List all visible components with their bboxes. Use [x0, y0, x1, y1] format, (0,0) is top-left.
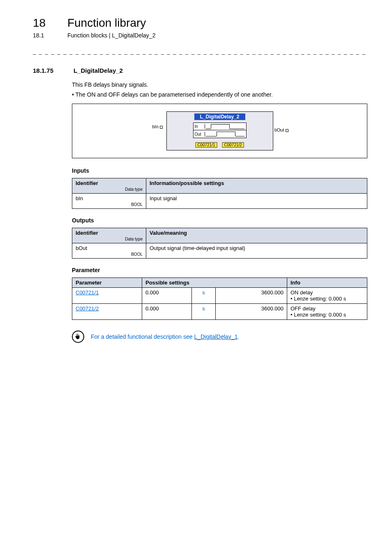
- chapter-title: Function library: [67, 16, 146, 30]
- datatype-header: Data type: [76, 187, 143, 192]
- cell-info: ON delay • Lenze setting: 0.000 s: [287, 288, 367, 304]
- hand-icon-svg: [74, 333, 82, 341]
- subsection-title: Function blocks | L_DigitalDelay_2: [67, 32, 156, 39]
- table-row: bIn BOOL Input signal: [72, 194, 367, 209]
- table-row: C00721/2 0.000 s 3600.000 OFF delay • Le…: [72, 304, 367, 320]
- section-heading: 18.1.75 L_DigitalDelay_2: [33, 67, 367, 74]
- pin-connector-icon: [160, 126, 163, 129]
- col-info: Info: [287, 278, 367, 288]
- table-header-row: Parameter Possible settings Info: [72, 278, 367, 288]
- fb-block: L_DigitalDelay_2 bIn bOut In Out: [166, 111, 273, 150]
- identifier-header: Identifier: [76, 230, 98, 236]
- cell-min: 0.000: [142, 304, 192, 320]
- col-info: Information/possible settings: [146, 178, 367, 194]
- datatype-value: BOOL: [76, 252, 143, 257]
- cell-param: C00721/1: [72, 288, 142, 304]
- inputs-heading: Inputs: [72, 167, 367, 174]
- info-title: OFF delay: [291, 305, 316, 312]
- tip-note: For a detailed functional description se…: [72, 331, 367, 343]
- datatype-header: Data type: [76, 237, 143, 241]
- horizontal-divider: _ _ _ _ _ _ _ _ _ _ _ _ _ _ _ _ _ _ _ _ …: [33, 49, 367, 55]
- parameter-heading: Parameter: [72, 267, 367, 273]
- parameter-table: Parameter Possible settings Info C00721/…: [72, 278, 367, 320]
- tip-suffix: .: [238, 333, 239, 340]
- fb-title: L_DigitalDelay_2: [194, 113, 245, 120]
- section-title: L_DigitalDelay_2: [74, 67, 123, 74]
- inputs-table: Identifier Data type Information/possibl…: [72, 178, 367, 209]
- pin-connector-icon: [286, 129, 288, 132]
- identifier-header: Identifier: [76, 180, 98, 186]
- tip-text: For a detailed functional description se…: [91, 333, 239, 340]
- section-number: 18.1.75: [33, 67, 72, 74]
- outputs-table: Identifier Data type Value/meaning bOut …: [72, 228, 367, 259]
- info-detail: • Lenze setting: 0.000 s: [291, 296, 346, 302]
- cell-unit: s: [192, 304, 215, 320]
- cell-param: C00721/2: [72, 304, 142, 320]
- tip-prefix: For a detailed functional description se…: [91, 333, 194, 340]
- fb-pin-in: bIn: [152, 124, 163, 129]
- identifier-value: bIn: [76, 195, 83, 201]
- col-identifier: Identifier Data type: [72, 178, 146, 194]
- cell-min: 0.000: [142, 288, 192, 304]
- table-row: bOut BOOL Output signal (time-delayed in…: [72, 243, 367, 259]
- fb-row-in-label: In: [194, 124, 205, 129]
- fb-code-2: C00721/2: [222, 142, 244, 148]
- col-identifier: Identifier Data type: [72, 228, 146, 243]
- cell-max: 3600.000: [215, 288, 287, 304]
- cell-identifier: bOut BOOL: [72, 243, 146, 259]
- info-detail: • Lenze setting: 0.000 s: [291, 312, 346, 318]
- cell-info: OFF delay • Lenze setting: 0.000 s: [287, 304, 367, 320]
- chapter-number: 18: [33, 16, 66, 30]
- function-block-diagram: L_DigitalDelay_2 bIn bOut In Out: [72, 104, 367, 158]
- fb-code-1: C00721/1: [195, 142, 217, 148]
- bullet-point: The ON and OFF delays can be parameteris…: [72, 91, 367, 98]
- tip-link[interactable]: L_DigitalDelay_1: [194, 333, 238, 340]
- table-header-row: Identifier Data type Value/meaning: [72, 228, 367, 243]
- hand-pointer-icon: [72, 331, 84, 343]
- page-header: 18 Function library 18.1 Function blocks…: [33, 16, 367, 39]
- datatype-value: BOOL: [76, 202, 143, 207]
- waveform-out-icon: [205, 130, 246, 138]
- table-header-row: Identifier Data type Information/possibl…: [72, 178, 367, 194]
- identifier-value: bOut: [76, 245, 87, 251]
- fb-pin-in-label: bIn: [152, 124, 159, 129]
- intro-text: This FB delays binary signals.: [72, 81, 367, 88]
- cell-identifier: bIn BOOL: [72, 194, 146, 209]
- col-parameter: Parameter: [72, 278, 142, 288]
- param-link[interactable]: C00721/2: [76, 305, 99, 312]
- cell-unit: s: [192, 288, 215, 304]
- fb-inner-box: In Out: [193, 123, 247, 138]
- col-possible-settings: Possible settings: [142, 278, 287, 288]
- col-info: Value/meaning: [146, 228, 367, 243]
- info-title: ON delay: [291, 289, 313, 296]
- outputs-heading: Outputs: [72, 217, 367, 224]
- fb-row-out: Out: [194, 130, 246, 138]
- cell-max: 3600.000: [215, 304, 287, 320]
- waveform-in-icon: [205, 123, 246, 130]
- subsection-number: 18.1: [33, 32, 66, 39]
- fb-row-out-label: Out: [194, 132, 205, 136]
- fb-row-in: In: [194, 123, 246, 130]
- fb-pin-out: bOut: [274, 127, 288, 132]
- fb-pin-out-label: bOut: [274, 127, 284, 132]
- cell-info: Input signal: [146, 194, 367, 209]
- param-link[interactable]: C00721/1: [76, 289, 99, 296]
- table-row: C00721/1 0.000 s 3600.000 ON delay • Len…: [72, 288, 367, 304]
- fb-code-labels: C00721/1 C00721/2: [195, 142, 244, 148]
- cell-info: Output signal (time-delayed input signal…: [146, 243, 367, 259]
